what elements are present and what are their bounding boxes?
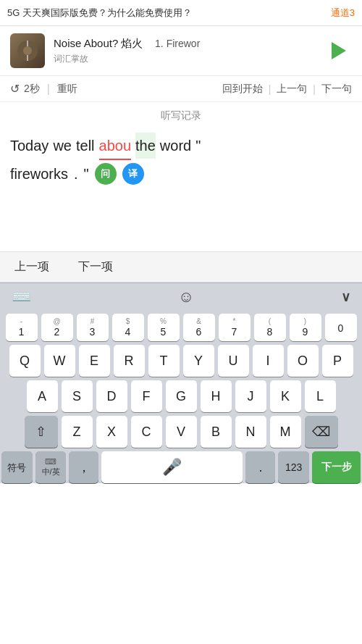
period-key[interactable]: .	[245, 451, 275, 483]
key-7[interactable]: *7	[219, 314, 251, 341]
next-item-button[interactable]: 下一项	[78, 259, 113, 275]
controls-divider: |	[269, 83, 272, 95]
question-icon-btn[interactable]: 问	[95, 163, 117, 185]
key-8[interactable]: (8	[254, 314, 286, 341]
play-icon	[332, 42, 346, 59]
keyboard-row1: Q W E R T Y U I O P	[1, 345, 361, 377]
symbol-key[interactable]: 符号	[1, 451, 33, 483]
song-subtitle: 词汇掌故	[54, 53, 326, 65]
key-w[interactable]: W	[44, 345, 75, 377]
word-we: we	[53, 133, 72, 159]
word-the: the	[135, 133, 156, 159]
key-j[interactable]: J	[235, 380, 266, 412]
key-t[interactable]: T	[148, 345, 180, 377]
comma-key[interactable]: ，	[69, 451, 98, 483]
key-1[interactable]: -1	[6, 314, 38, 341]
space-key[interactable]: 🎤	[101, 451, 243, 483]
top-banner: 5G 天天爽国际版免费？为什么能免费使用？ 通道3	[0, 0, 362, 26]
key-n[interactable]: N	[235, 416, 266, 448]
word-tell: tell	[76, 133, 95, 159]
word-word: word	[160, 133, 191, 159]
key-p[interactable]: P	[322, 345, 353, 377]
key-6[interactable]: &6	[183, 314, 215, 341]
shift-key[interactable]: ⇧	[25, 416, 58, 448]
keyboard-number-row: -1 @2 #3 $4 %5 &6 *7 (8 )9 0	[1, 314, 361, 341]
banner-text: 5G 天天爽国际版免费？为什么能免费使用？	[7, 7, 331, 20]
divider: |	[47, 83, 50, 96]
key-s[interactable]: S	[62, 380, 93, 412]
globe-keyboard-icon[interactable]: ⌨️	[12, 288, 31, 306]
key-2[interactable]: @2	[41, 314, 73, 341]
song-info: Noise About? 焰火 1. Firewor 词汇掌故	[54, 37, 326, 65]
dictation-text-area: Today we tell abou the word " fireworks …	[0, 128, 362, 208]
delete-key[interactable]: ⌫	[305, 416, 338, 448]
dictation-line2: fireworks . " 问 译	[10, 163, 352, 185]
key-9[interactable]: )9	[290, 314, 321, 341]
controls-left: ↺ 2秒 | 重听	[10, 82, 77, 96]
key-0[interactable]: 0	[325, 314, 357, 341]
key-l[interactable]: L	[305, 380, 336, 412]
key-v[interactable]: V	[166, 416, 197, 448]
key-o[interactable]: O	[287, 345, 319, 377]
key-a[interactable]: A	[27, 380, 58, 412]
key-i[interactable]: I	[253, 345, 284, 377]
word-quote-close: "	[84, 166, 89, 183]
word-abou: abou	[99, 133, 132, 160]
key-r[interactable]: R	[114, 345, 145, 377]
speed-label[interactable]: 2秒	[24, 83, 40, 96]
num123-key[interactable]: 123	[278, 451, 309, 483]
next-step-key[interactable]: 下一步	[312, 451, 361, 483]
controls-divider2: |	[313, 83, 316, 95]
key-d[interactable]: D	[96, 380, 127, 412]
song-title: Noise About? 焰火 1. Firewor	[54, 37, 326, 51]
keyboard-toolbar: ⌨️ ☺ ∨	[0, 283, 362, 311]
next-step-label: 下一步	[321, 461, 352, 474]
key-g[interactable]: G	[166, 380, 197, 412]
dictation-title: 听写记录	[0, 102, 362, 128]
next-sentence-button[interactable]: 下一句	[321, 83, 352, 96]
song-card: Noise About? 焰火 1. Firewor 词汇掌故	[0, 26, 362, 76]
key-e[interactable]: E	[79, 345, 110, 377]
song-thumbnail	[10, 33, 45, 68]
word-fireworks: fireworks	[10, 166, 68, 183]
middle-spacer	[0, 208, 362, 251]
banner-link[interactable]: 通道3	[331, 7, 355, 20]
keyboard-row2: A S D F G H J K L	[1, 380, 361, 412]
controls-row: ↺ 2秒 | 重听 回到开始 | 上一句 | 下一句	[0, 76, 362, 102]
relisten-button[interactable]: 重听	[57, 83, 77, 96]
prev-item-button[interactable]: 上一项	[14, 259, 49, 275]
svg-point-1	[23, 46, 32, 55]
key-u[interactable]: U	[218, 345, 249, 377]
translate-icon-btn[interactable]: 译	[122, 163, 144, 185]
dictation-line1: Today we tell abou the word "	[10, 133, 352, 160]
punct-dot: .	[74, 166, 78, 183]
key-4[interactable]: $4	[112, 314, 144, 341]
replay-icon[interactable]: ↺	[10, 82, 20, 96]
word-today: Today	[10, 133, 49, 159]
play-button[interactable]	[326, 38, 352, 64]
key-k[interactable]: K	[270, 380, 301, 412]
keyboard: -1 @2 #3 $4 %5 &6 *7 (8 )9 0 Q W	[0, 311, 362, 483]
word-quote-open: "	[195, 133, 201, 159]
key-y[interactable]: Y	[183, 345, 214, 377]
key-h[interactable]: H	[201, 380, 232, 412]
emoji-icon[interactable]: ☺	[178, 288, 194, 306]
key-z[interactable]: Z	[62, 416, 93, 448]
key-b[interactable]: B	[201, 416, 232, 448]
prev-sentence-button[interactable]: 上一句	[277, 83, 307, 96]
prev-next-row: 上一项 下一项	[0, 251, 362, 283]
key-c[interactable]: C	[131, 416, 162, 448]
key-q[interactable]: Q	[9, 345, 41, 377]
key-3[interactable]: #3	[77, 314, 109, 341]
keyboard-row3: ⇧ Z X C V B N M ⌫	[1, 416, 361, 448]
key-f[interactable]: F	[131, 380, 162, 412]
keyboard-bottom-row: 符号 ⌨ 中/英 ， 🎤 . 123 下一步	[1, 451, 361, 483]
back-to-start-button[interactable]: 回到开始	[222, 83, 263, 96]
lang-key[interactable]: ⌨ 中/英	[35, 451, 67, 483]
controls-right: 回到开始 | 上一句 | 下一句	[222, 83, 352, 96]
key-m[interactable]: M	[270, 416, 301, 448]
key-5[interactable]: %5	[148, 314, 180, 341]
keyboard-dismiss-icon[interactable]: ∨	[341, 289, 350, 305]
key-x[interactable]: X	[96, 416, 127, 448]
